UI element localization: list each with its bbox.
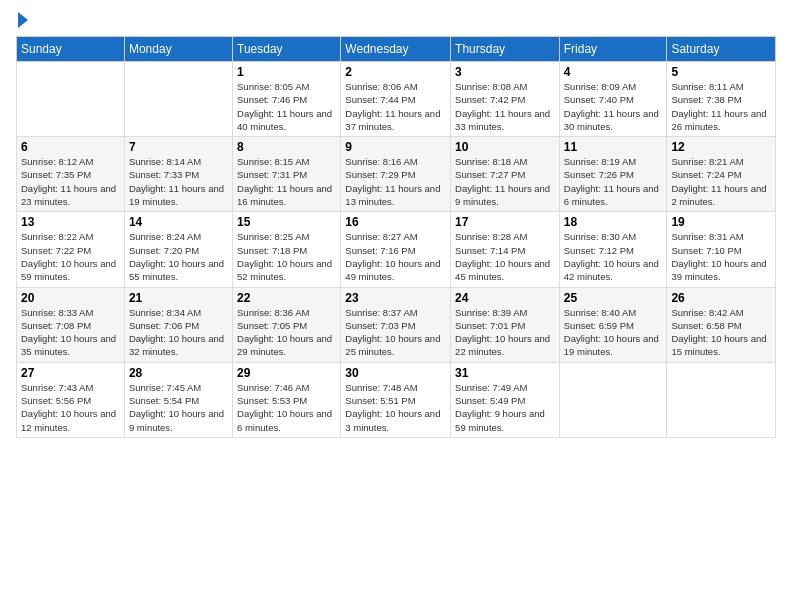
calendar-cell: 18Sunrise: 8:30 AMSunset: 7:12 PMDayligh… [559,212,667,287]
weekday-header-sunday: Sunday [17,37,125,62]
day-info: Sunrise: 8:25 AMSunset: 7:18 PMDaylight:… [237,230,336,283]
day-info: Sunrise: 8:19 AMSunset: 7:26 PMDaylight:… [564,155,663,208]
day-info: Sunrise: 7:43 AMSunset: 5:56 PMDaylight:… [21,381,120,434]
header [16,10,776,28]
day-number: 26 [671,291,771,305]
day-number: 5 [671,65,771,79]
calendar-week-row: 1Sunrise: 8:05 AMSunset: 7:46 PMDaylight… [17,62,776,137]
day-info: Sunrise: 8:09 AMSunset: 7:40 PMDaylight:… [564,80,663,133]
day-info: Sunrise: 8:28 AMSunset: 7:14 PMDaylight:… [455,230,555,283]
calendar-cell: 10Sunrise: 8:18 AMSunset: 7:27 PMDayligh… [451,137,560,212]
day-number: 31 [455,366,555,380]
weekday-header-saturday: Saturday [667,37,776,62]
day-number: 21 [129,291,228,305]
day-number: 25 [564,291,663,305]
day-info: Sunrise: 8:30 AMSunset: 7:12 PMDaylight:… [564,230,663,283]
day-info: Sunrise: 8:12 AMSunset: 7:35 PMDaylight:… [21,155,120,208]
day-number: 15 [237,215,336,229]
calendar-cell: 5Sunrise: 8:11 AMSunset: 7:38 PMDaylight… [667,62,776,137]
day-info: Sunrise: 8:31 AMSunset: 7:10 PMDaylight:… [671,230,771,283]
day-number: 4 [564,65,663,79]
calendar-cell: 4Sunrise: 8:09 AMSunset: 7:40 PMDaylight… [559,62,667,137]
day-info: Sunrise: 8:15 AMSunset: 7:31 PMDaylight:… [237,155,336,208]
calendar-cell: 22Sunrise: 8:36 AMSunset: 7:05 PMDayligh… [233,287,341,362]
calendar-cell: 6Sunrise: 8:12 AMSunset: 7:35 PMDaylight… [17,137,125,212]
calendar-cell: 16Sunrise: 8:27 AMSunset: 7:16 PMDayligh… [341,212,451,287]
page: SundayMondayTuesdayWednesdayThursdayFrid… [0,0,792,612]
day-number: 11 [564,140,663,154]
calendar-cell: 19Sunrise: 8:31 AMSunset: 7:10 PMDayligh… [667,212,776,287]
calendar-cell [667,362,776,437]
day-info: Sunrise: 8:40 AMSunset: 6:59 PMDaylight:… [564,306,663,359]
calendar-week-row: 20Sunrise: 8:33 AMSunset: 7:08 PMDayligh… [17,287,776,362]
calendar-cell: 24Sunrise: 8:39 AMSunset: 7:01 PMDayligh… [451,287,560,362]
day-number: 14 [129,215,228,229]
weekday-header-tuesday: Tuesday [233,37,341,62]
calendar-cell: 7Sunrise: 8:14 AMSunset: 7:33 PMDaylight… [124,137,232,212]
day-info: Sunrise: 8:24 AMSunset: 7:20 PMDaylight:… [129,230,228,283]
calendar-cell: 25Sunrise: 8:40 AMSunset: 6:59 PMDayligh… [559,287,667,362]
day-info: Sunrise: 8:14 AMSunset: 7:33 PMDaylight:… [129,155,228,208]
day-number: 7 [129,140,228,154]
day-number: 23 [345,291,446,305]
day-info: Sunrise: 8:36 AMSunset: 7:05 PMDaylight:… [237,306,336,359]
day-number: 8 [237,140,336,154]
day-number: 1 [237,65,336,79]
day-number: 10 [455,140,555,154]
calendar-cell: 12Sunrise: 8:21 AMSunset: 7:24 PMDayligh… [667,137,776,212]
weekday-header-friday: Friday [559,37,667,62]
calendar-cell: 27Sunrise: 7:43 AMSunset: 5:56 PMDayligh… [17,362,125,437]
day-info: Sunrise: 7:48 AMSunset: 5:51 PMDaylight:… [345,381,446,434]
calendar-cell: 15Sunrise: 8:25 AMSunset: 7:18 PMDayligh… [233,212,341,287]
calendar-cell: 23Sunrise: 8:37 AMSunset: 7:03 PMDayligh… [341,287,451,362]
day-number: 16 [345,215,446,229]
day-number: 2 [345,65,446,79]
day-info: Sunrise: 8:11 AMSunset: 7:38 PMDaylight:… [671,80,771,133]
calendar-cell: 2Sunrise: 8:06 AMSunset: 7:44 PMDaylight… [341,62,451,137]
day-info: Sunrise: 8:05 AMSunset: 7:46 PMDaylight:… [237,80,336,133]
calendar-week-row: 13Sunrise: 8:22 AMSunset: 7:22 PMDayligh… [17,212,776,287]
logo [16,10,28,28]
calendar-cell: 9Sunrise: 8:16 AMSunset: 7:29 PMDaylight… [341,137,451,212]
calendar-cell: 14Sunrise: 8:24 AMSunset: 7:20 PMDayligh… [124,212,232,287]
day-info: Sunrise: 7:45 AMSunset: 5:54 PMDaylight:… [129,381,228,434]
day-info: Sunrise: 8:39 AMSunset: 7:01 PMDaylight:… [455,306,555,359]
day-number: 12 [671,140,771,154]
calendar-cell: 30Sunrise: 7:48 AMSunset: 5:51 PMDayligh… [341,362,451,437]
day-info: Sunrise: 8:16 AMSunset: 7:29 PMDaylight:… [345,155,446,208]
day-number: 20 [21,291,120,305]
day-info: Sunrise: 8:18 AMSunset: 7:27 PMDaylight:… [455,155,555,208]
calendar: SundayMondayTuesdayWednesdayThursdayFrid… [16,36,776,438]
day-info: Sunrise: 8:33 AMSunset: 7:08 PMDaylight:… [21,306,120,359]
calendar-cell: 13Sunrise: 8:22 AMSunset: 7:22 PMDayligh… [17,212,125,287]
calendar-cell: 31Sunrise: 7:49 AMSunset: 5:49 PMDayligh… [451,362,560,437]
weekday-header-wednesday: Wednesday [341,37,451,62]
day-number: 9 [345,140,446,154]
day-number: 24 [455,291,555,305]
day-info: Sunrise: 7:46 AMSunset: 5:53 PMDaylight:… [237,381,336,434]
calendar-cell: 8Sunrise: 8:15 AMSunset: 7:31 PMDaylight… [233,137,341,212]
day-info: Sunrise: 8:37 AMSunset: 7:03 PMDaylight:… [345,306,446,359]
day-info: Sunrise: 8:34 AMSunset: 7:06 PMDaylight:… [129,306,228,359]
day-number: 28 [129,366,228,380]
calendar-cell [124,62,232,137]
day-info: Sunrise: 8:42 AMSunset: 6:58 PMDaylight:… [671,306,771,359]
day-number: 3 [455,65,555,79]
day-number: 30 [345,366,446,380]
day-info: Sunrise: 8:22 AMSunset: 7:22 PMDaylight:… [21,230,120,283]
calendar-cell: 29Sunrise: 7:46 AMSunset: 5:53 PMDayligh… [233,362,341,437]
weekday-header-monday: Monday [124,37,232,62]
calendar-week-row: 27Sunrise: 7:43 AMSunset: 5:56 PMDayligh… [17,362,776,437]
weekday-header-thursday: Thursday [451,37,560,62]
calendar-cell: 21Sunrise: 8:34 AMSunset: 7:06 PMDayligh… [124,287,232,362]
calendar-cell: 11Sunrise: 8:19 AMSunset: 7:26 PMDayligh… [559,137,667,212]
calendar-cell: 17Sunrise: 8:28 AMSunset: 7:14 PMDayligh… [451,212,560,287]
calendar-cell: 28Sunrise: 7:45 AMSunset: 5:54 PMDayligh… [124,362,232,437]
day-number: 6 [21,140,120,154]
calendar-cell: 26Sunrise: 8:42 AMSunset: 6:58 PMDayligh… [667,287,776,362]
calendar-week-row: 6Sunrise: 8:12 AMSunset: 7:35 PMDaylight… [17,137,776,212]
calendar-cell [559,362,667,437]
day-number: 13 [21,215,120,229]
day-info: Sunrise: 8:21 AMSunset: 7:24 PMDaylight:… [671,155,771,208]
logo-arrow-icon [18,12,28,28]
